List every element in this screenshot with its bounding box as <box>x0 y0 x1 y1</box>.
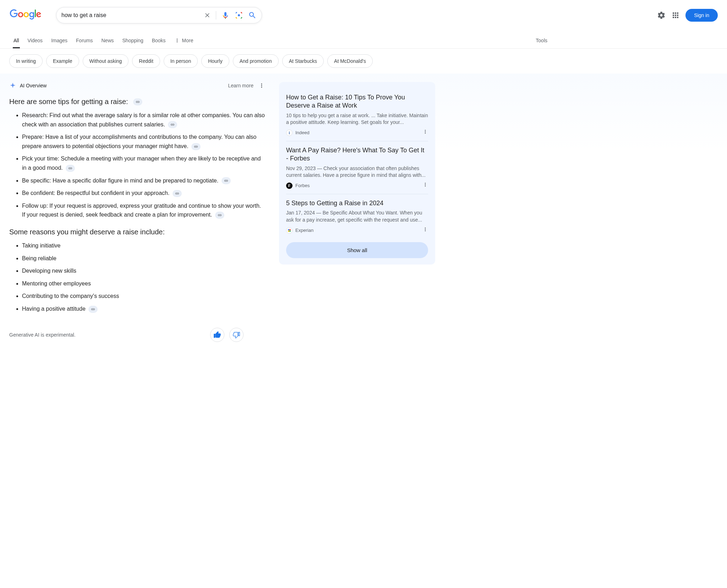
chip[interactable]: At Starbucks <box>282 54 324 68</box>
tip-item: Follow up: If your request is approved, … <box>22 201 265 219</box>
indeed-favicon: i <box>286 130 293 136</box>
tab-shopping[interactable]: Shopping <box>118 33 148 48</box>
source-link-icon[interactable] <box>173 190 182 197</box>
google-logo[interactable] <box>9 9 42 21</box>
card-source: i Indeed <box>286 130 428 136</box>
filter-chips: In writing Example Without asking Reddit… <box>0 49 727 74</box>
reason-item: Being reliable <box>22 254 265 263</box>
tabs-bar: All Videos Images Forums News Shopping B… <box>0 33 727 49</box>
svg-point-3 <box>288 230 289 232</box>
clear-icon[interactable] <box>204 12 211 19</box>
tab-tools[interactable]: Tools <box>531 33 552 48</box>
sparkle-icon <box>9 82 16 89</box>
reason-item: Developing new skills <box>22 266 265 276</box>
source-link-icon[interactable] <box>191 143 201 150</box>
source-link-icon[interactable] <box>168 121 177 128</box>
card-source: Experian <box>286 227 428 234</box>
search-icon[interactable] <box>248 11 257 20</box>
source-link-icon[interactable] <box>66 165 75 172</box>
chip[interactable]: Reddit <box>132 54 160 68</box>
chip[interactable]: In writing <box>9 54 43 68</box>
chip[interactable]: And promotion <box>233 54 279 68</box>
ai-intro: Here are some tips for getting a raise: <box>9 98 265 106</box>
reason-item: Contributing to the company's success <box>22 292 265 301</box>
experian-favicon <box>286 227 293 234</box>
forbes-favicon: F <box>286 183 293 189</box>
tab-news[interactable]: News <box>97 33 118 48</box>
search-bar <box>56 7 262 23</box>
source-card: How to Get a Raise: 10 Tips To Prove You… <box>286 88 428 141</box>
tips-list: Research: Find out what the average sala… <box>9 111 265 219</box>
thumbs-down-button[interactable] <box>229 328 244 342</box>
card-source: F Forbes <box>286 183 428 189</box>
reasons-list: Taking initiative Being reliable Develop… <box>9 241 265 314</box>
ai-overview-header: AI Overview Learn more <box>9 82 265 89</box>
tab-more[interactable]: More <box>170 33 198 48</box>
reason-item: Having a positive attitude <box>22 304 265 314</box>
learn-more-link[interactable]: Learn more <box>228 83 253 88</box>
card-title[interactable]: 5 Steps to Getting a Raise in 2024 <box>286 199 428 207</box>
card-snippet: Jan 17, 2024 — Be Specific About What Yo… <box>286 209 428 223</box>
tip-item: Research: Find out what the average sala… <box>22 111 265 129</box>
ai-subhead: Some reasons you might deserve a raise i… <box>9 228 265 236</box>
tab-books[interactable]: Books <box>148 33 170 48</box>
chip[interactable]: In person <box>164 54 198 68</box>
chip[interactable]: Without asking <box>83 54 129 68</box>
source-link-icon[interactable] <box>88 306 98 313</box>
chip[interactable]: Hourly <box>201 54 229 68</box>
apps-icon[interactable] <box>671 11 680 20</box>
svg-point-2 <box>289 229 291 230</box>
card-menu-icon[interactable] <box>422 227 428 234</box>
card-title[interactable]: How to Get a Raise: 10 Tips To Prove You… <box>286 93 428 110</box>
source-link-icon[interactable] <box>222 177 231 184</box>
chip[interactable]: At McDonald's <box>327 54 373 68</box>
tip-item: Pick your time: Schedule a meeting with … <box>22 154 265 172</box>
more-icon[interactable] <box>258 82 265 89</box>
card-snippet: 10 tips to help you get a raise at work.… <box>286 112 428 126</box>
show-all-button[interactable]: Show all <box>286 242 428 258</box>
reason-item: Mentoring other employees <box>22 279 265 288</box>
sign-in-button[interactable]: Sign in <box>685 9 718 22</box>
svg-point-4 <box>289 230 291 232</box>
tab-forums[interactable]: Forums <box>72 33 97 48</box>
tab-all[interactable]: All <box>9 33 23 48</box>
card-menu-icon[interactable] <box>422 129 428 136</box>
tab-videos[interactable]: Videos <box>23 33 47 48</box>
source-card: Want A Pay Raise? Here's What To Say To … <box>286 141 428 194</box>
svg-point-1 <box>288 229 289 230</box>
tip-item: Be specific: Have a specific dollar figu… <box>22 176 265 185</box>
ai-overview-title: AI Overview <box>20 83 47 88</box>
reason-item: Taking initiative <box>22 241 265 250</box>
mic-icon[interactable] <box>221 11 230 20</box>
card-title[interactable]: Want A Pay Raise? Here's What To Say To … <box>286 146 428 163</box>
thumbs-up-button[interactable] <box>210 328 224 342</box>
source-link-icon[interactable] <box>133 98 142 105</box>
search-input[interactable] <box>61 12 204 18</box>
source-cards: How to Get a Raise: 10 Tips To Prove You… <box>279 82 435 265</box>
main-column: AI Overview Learn more Here are some tip… <box>9 82 265 342</box>
lens-icon[interactable] <box>235 11 243 20</box>
svg-point-0 <box>238 14 240 16</box>
tip-item: Be confident: Be respectful but confiden… <box>22 189 265 198</box>
ai-disclaimer: Generative AI is experimental. <box>9 332 76 338</box>
side-column: How to Get a Raise: 10 Tips To Prove You… <box>279 82 435 342</box>
tab-images[interactable]: Images <box>47 33 72 48</box>
header: Sign in <box>0 0 727 27</box>
card-menu-icon[interactable] <box>422 182 428 189</box>
chip[interactable]: Example <box>46 54 79 68</box>
tip-item: Prepare: Have a list of your accomplishm… <box>22 132 265 151</box>
settings-icon[interactable] <box>657 11 666 20</box>
source-card: 5 Steps to Getting a Raise in 2024 Jan 1… <box>286 194 428 239</box>
card-snippet: Nov 29, 2023 — Check your association th… <box>286 165 428 179</box>
source-link-icon[interactable] <box>215 212 224 219</box>
